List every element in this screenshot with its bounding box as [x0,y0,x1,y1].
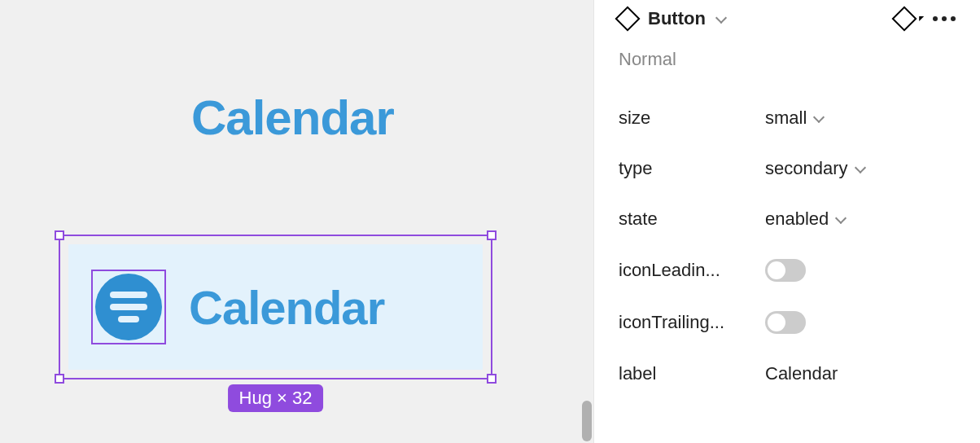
share-diamond-icon [891,6,917,31]
resize-handle-top-left[interactable] [55,230,64,240]
prop-row-icon-trailing: iconTrailing... [619,296,956,349]
prop-name: iconTrailing... [619,312,765,333]
chevron-down-icon [813,111,825,122]
button-label-text: Calendar [189,280,384,335]
more-options-button[interactable] [933,16,956,21]
prop-name: size [619,107,765,129]
inspector-header: Button [619,8,956,49]
prop-value-dropdown[interactable]: secondary [765,158,864,179]
prop-name: type [619,158,765,179]
chevron-down-icon [835,212,847,223]
component-diamond-icon [615,6,640,31]
nested-icon-selection[interactable] [91,270,166,344]
variant-state-label: Normal [619,49,956,70]
prop-name: state [619,208,765,230]
prop-row-label: label Calendar [619,349,956,399]
component-title: Button [648,8,706,29]
prop-value-dropdown[interactable]: enabled [765,208,845,230]
button-component-instance[interactable]: Calendar [68,244,483,370]
selection-frame[interactable]: Calendar Hug × 32 [59,235,492,379]
toggle-icon-trailing[interactable] [765,311,806,334]
prop-value-text-input[interactable]: Calendar [765,363,838,384]
go-to-main-component-button[interactable] [895,10,913,28]
selection-size-tag: Hug × 32 [228,384,324,412]
resize-handle-bottom-right[interactable] [487,374,497,384]
inspector-panel: Button Normal size small type secondary [593,0,980,443]
prop-value-dropdown[interactable]: small [765,107,823,129]
chevron-down-icon [715,11,727,23]
resize-handle-top-right[interactable] [487,230,497,240]
component-name-dropdown[interactable]: Button [619,8,725,29]
prop-name: iconLeadin... [619,260,765,281]
resize-handle-bottom-left[interactable] [55,374,64,384]
leading-icon [95,274,162,340]
prop-row-type: type secondary [619,143,956,194]
design-canvas[interactable]: Calendar Calendar Hug × 32 [0,0,593,443]
toggle-icon-leading[interactable] [765,259,806,282]
heading-text-layer[interactable]: Calendar [191,90,394,146]
prop-row-icon-leading: iconLeadin... [619,244,956,296]
prop-row-size: size small [619,93,956,143]
canvas-scrollbar[interactable] [582,401,592,441]
chevron-down-icon [854,161,865,173]
prop-row-state: state enabled [619,194,956,244]
prop-name: label [619,363,765,384]
